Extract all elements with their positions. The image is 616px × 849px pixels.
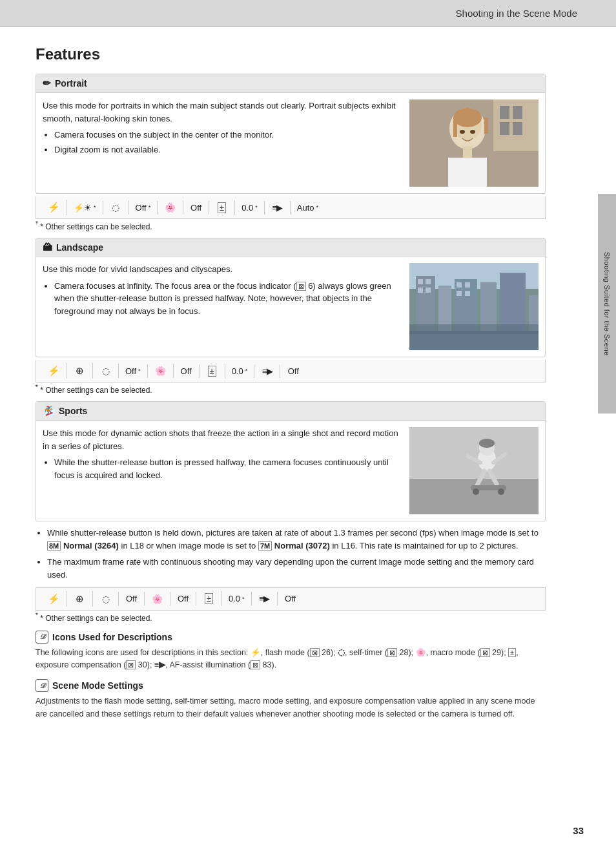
landscape-exp-val: 0.0* xyxy=(225,364,255,378)
landscape-settings-row: ⚡ ⊕ ◌ Off* 🌸 Off ± 0.0* ≡▶ Off xyxy=(36,360,545,382)
portrait-bullet-2: Digital zoom is not available. xyxy=(54,143,400,156)
sports-bullets: While the shutter-release button is pres… xyxy=(54,456,400,481)
sports-text: Use this mode for dynamic action shots t… xyxy=(43,427,400,514)
landscape-icon: 🏔 xyxy=(43,242,52,253)
sports-body: Use this mode for dynamic action shots t… xyxy=(36,421,545,521)
portrait-desc: Use this mode for portraits in which the… xyxy=(43,100,400,125)
portrait-settings-bar: ⚡ ⚡☀* ◌ Off* 🌸 Off ± 0.0* ≡▶ Auto* xyxy=(36,196,546,219)
icons-used-note-icon: 𝒟 xyxy=(36,631,48,644)
sports-flash-val: ⊕ xyxy=(67,591,93,607)
sports-settings-bar: ⚡ ⊕ ◌ Off 🌸 Off ± 0.0* ≡▶ Off xyxy=(36,587,546,611)
svg-rect-27 xyxy=(457,282,462,288)
sports-exp-icon: ± xyxy=(196,591,222,606)
sports-macro-icon: 🌸 xyxy=(145,592,170,606)
sports-image xyxy=(409,427,539,514)
sports-title: Sports xyxy=(59,406,87,416)
portrait-icon: ✏ xyxy=(43,78,51,89)
sports-af-icon: ≡▶ xyxy=(252,592,278,605)
portrait-bullets: Camera focuses on the subject in the cen… xyxy=(54,129,400,156)
landscape-header: 🏔 Landscape xyxy=(36,238,545,257)
landscape-image xyxy=(409,263,539,350)
landscape-flash-icon: ⚡ xyxy=(41,363,67,379)
sports-desc: Use this mode for dynamic action shots t… xyxy=(43,427,400,452)
portrait-exp-icon: ± xyxy=(209,200,235,215)
portrait-note: * * Other settings can be selected. xyxy=(36,220,546,231)
svg-point-42 xyxy=(473,488,479,495)
portrait-bullet-1: Camera focuses on the subject in the cen… xyxy=(54,129,400,142)
landscape-bullets: Camera focuses at infinity. The focus ar… xyxy=(54,280,400,318)
portrait-timer-icon: ◌ xyxy=(103,200,129,215)
portrait-svg xyxy=(409,100,539,187)
sports-bullet-1: While the shutter-release button is pres… xyxy=(54,456,400,481)
landscape-section: 🏔 Landscape Use this mode for vivid land… xyxy=(36,238,546,357)
portrait-text: Use this mode for portraits in which the… xyxy=(43,100,400,187)
flash-mode-text: flash mode xyxy=(265,648,305,657)
landscape-timer-icon: ◌ xyxy=(93,364,119,378)
landscape-desc: Use this mode for vivid landscapes and c… xyxy=(43,263,400,276)
sports-timer-icon: ◌ xyxy=(93,592,119,606)
svg-rect-26 xyxy=(426,288,431,293)
sports-exp-val: 0.0* xyxy=(222,592,252,605)
svg-rect-24 xyxy=(426,279,431,284)
portrait-title: Portrait xyxy=(55,78,87,89)
side-tab: Shooting Suited for the Scene xyxy=(598,194,616,414)
sports-note: * * Other settings can be selected. xyxy=(36,612,546,623)
svg-point-44 xyxy=(479,439,495,448)
sports-asterisk: * xyxy=(36,612,38,619)
sports-extra-notes: While shutter-release button is held dow… xyxy=(36,527,546,582)
svg-point-43 xyxy=(498,488,504,495)
portrait-macro-icon: 🌸 xyxy=(158,200,183,215)
scene-mode-settings-body: Adjustments to the flash mode setting, s… xyxy=(36,695,546,720)
landscape-body: Use this mode for vivid landscapes and c… xyxy=(36,257,545,357)
svg-point-14 xyxy=(470,130,475,134)
landscape-note: * * Other settings can be selected. xyxy=(36,384,546,395)
svg-rect-2 xyxy=(500,106,509,119)
portrait-timer-val: Off* xyxy=(129,201,158,215)
icons-used-title: Icons Used for Descriptions xyxy=(52,632,172,642)
sports-extra-bullet-2: The maximum frame rate with continuous s… xyxy=(47,556,546,582)
landscape-af-val: Off xyxy=(280,364,306,378)
svg-point-8 xyxy=(453,108,482,127)
sports-header: 🏂 Sports xyxy=(36,402,545,421)
sports-icon: 🏂 xyxy=(43,405,55,417)
landscape-bullet-1: Camera focuses at infinity. The focus ar… xyxy=(54,280,400,318)
sports-af-val: Off xyxy=(278,592,303,605)
svg-rect-25 xyxy=(418,288,423,293)
portrait-image xyxy=(409,100,539,187)
svg-rect-12 xyxy=(448,158,487,187)
side-tab-text: Shooting Suited for the Scene xyxy=(603,252,611,356)
icons-used-section: 𝒟 Icons Used for Descriptions The follow… xyxy=(36,631,546,672)
sports-macro-val: Off xyxy=(170,592,196,605)
portrait-flash-val: ⚡☀* xyxy=(67,201,103,215)
scene-mode-settings-title: Scene Mode Settings xyxy=(52,680,143,691)
svg-rect-29 xyxy=(457,291,462,296)
svg-point-13 xyxy=(460,130,465,134)
landscape-af-icon: ≡▶ xyxy=(254,364,280,378)
landscape-title: Landscape xyxy=(56,242,103,253)
landscape-svg xyxy=(409,263,539,350)
svg-rect-5 xyxy=(513,122,522,135)
svg-rect-30 xyxy=(465,291,470,296)
svg-rect-9 xyxy=(453,118,457,137)
page-number: 33 xyxy=(573,825,584,836)
landscape-timer-val: Off* xyxy=(119,364,148,378)
icons-used-header: 𝒟 Icons Used for Descriptions xyxy=(36,631,546,644)
portrait-body: Use this mode for portraits in which the… xyxy=(36,93,545,193)
svg-rect-28 xyxy=(465,282,470,288)
sports-svg xyxy=(409,427,539,514)
header-title: Shooting in the Scene Mode xyxy=(456,8,577,19)
page: Shooting in the Scene Mode Shooting Suit… xyxy=(0,0,616,849)
portrait-macro-val: Off xyxy=(183,201,209,215)
scene-mode-note-icon: 𝒟 xyxy=(36,679,48,692)
sports-flash-icon: ⚡ xyxy=(41,591,67,607)
landscape-exp-icon: ± xyxy=(200,364,225,379)
portrait-header: ✏ Portrait xyxy=(36,74,545,93)
portrait-flash-icon: ⚡ xyxy=(41,200,67,215)
portrait-af-val: Auto* xyxy=(291,201,325,215)
landscape-settings-bar: ⚡ ⊕ ◌ Off* 🌸 Off ± 0.0* ≡▶ Off xyxy=(36,360,546,383)
portrait-settings-row: ⚡ ⚡☀* ◌ Off* 🌸 Off ± 0.0* ≡▶ Auto* xyxy=(36,196,545,218)
landscape-note-text: * Other settings can be selected. xyxy=(40,386,152,395)
portrait-asterisk: * xyxy=(36,220,38,227)
top-header: Shooting in the Scene Mode xyxy=(0,0,616,27)
portrait-exp-val: 0.0* xyxy=(235,201,265,215)
